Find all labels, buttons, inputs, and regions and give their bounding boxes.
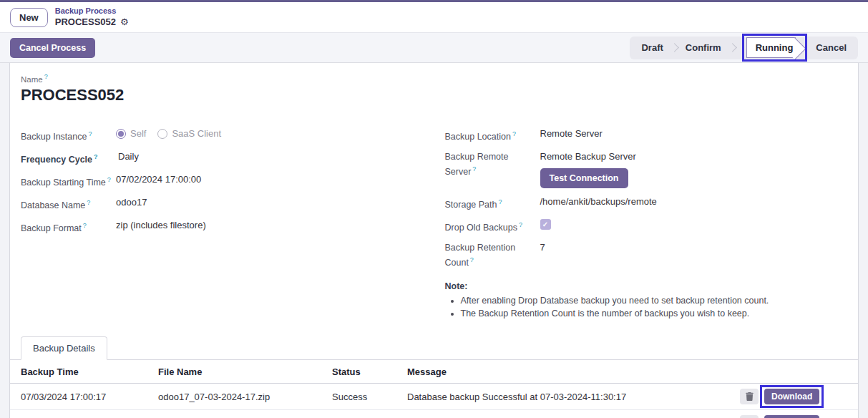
radio-unselected-icon (157, 129, 167, 139)
left-column: Backup Instance? Self SaaS Client (21, 124, 424, 321)
chevron-right-icon (728, 43, 737, 52)
help-icon: ? (88, 130, 92, 137)
field-backup-retention-count: Backup Retention Count? 7 (445, 238, 848, 273)
name-label: Name? (21, 73, 847, 84)
field-storage-path: Storage Path? /home/ankit/backups/remote (445, 192, 848, 215)
statusbar-step-draft[interactable]: Draft (641, 42, 663, 53)
storage-path-value[interactable]: /home/ankit/backups/remote (540, 195, 848, 208)
col-header-message[interactable]: Message (400, 360, 733, 384)
cancel-process-button[interactable]: Cancel Process (10, 38, 95, 58)
backup-location-value[interactable]: Remote Server (540, 127, 848, 140)
statusbar-step-cancel[interactable]: Cancel (816, 42, 847, 53)
field-database-name: Database Name? odoo17 (21, 193, 424, 215)
cell-status: Success (325, 410, 400, 418)
backup-retention-count-value[interactable]: 7 (540, 241, 848, 254)
radio-option-self[interactable]: Self (116, 127, 146, 140)
radio-selected-icon (116, 129, 126, 139)
help-icon: ? (107, 176, 111, 183)
database-name-value[interactable]: odoo17 (116, 196, 424, 209)
statusbar: Draft Confirm Running Cancel (630, 37, 858, 59)
field-backup-instance: Backup Instance? Self SaaS Client (21, 124, 424, 147)
table-row[interactable]: 07/03/2024 17:00:17 odoo17_07-03-2024-17… (10, 384, 858, 410)
field-backup-location: Backup Location? Remote Server (445, 124, 848, 147)
breadcrumb: Backup Process PROCESS052 ⚙ (55, 6, 129, 28)
download-button[interactable]: Download (764, 389, 819, 404)
help-icon: ? (44, 73, 48, 80)
note-title: Note: (445, 281, 848, 291)
new-button[interactable]: New (10, 8, 48, 27)
cell-message: Database backup Successful at 07-02-2024… (400, 410, 733, 418)
frequency-cycle-value[interactable]: Daily (116, 150, 424, 163)
remote-server-link[interactable]: Remote Backup Server (540, 151, 636, 162)
sheet: Name? PROCESS052 Backup Instance? Self (9, 63, 859, 418)
col-header-backup-time[interactable]: Backup Time (10, 360, 151, 384)
col-header-actions (733, 360, 858, 384)
control-panel: Cancel Process Draft Confirm Running Can… (0, 32, 868, 63)
delete-button[interactable] (740, 389, 759, 404)
gear-icon[interactable]: ⚙ (120, 16, 129, 28)
note-item: The Backup Retention Count is the number… (461, 308, 848, 320)
field-drop-old-backups: Drop Old Backups? (445, 215, 848, 238)
download-button[interactable]: Download (764, 415, 819, 418)
breadcrumb-current: PROCESS052 (55, 16, 116, 28)
help-icon: ? (472, 165, 476, 172)
trash-icon (746, 392, 754, 401)
cell-file-name: odoo17_07-03-2024-17.zip (151, 384, 325, 410)
backup-details-table: Backup Time File Name Status Message 07/… (10, 360, 858, 418)
form-view: Name? PROCESS052 Backup Instance? Self (0, 63, 868, 418)
col-header-file-name[interactable]: File Name (151, 360, 325, 384)
field-backup-remote-server: Backup Remote Server? Remote Backup Serv… (445, 147, 848, 192)
cell-file-name: odoo17_07-02-2024-17.zip (151, 410, 325, 418)
backup-starting-time-value[interactable]: 07/02/2024 17:00:00 (116, 173, 424, 186)
field-group: Backup Instance? Self SaaS Client (21, 124, 847, 321)
help-icon: ? (470, 256, 474, 263)
statusbar-step-confirm[interactable]: Confirm (686, 42, 721, 53)
cell-backup-time: 07/02/2024 17:52:17 (10, 410, 151, 418)
table-header-row: Backup Time File Name Status Message (10, 360, 858, 384)
record-name[interactable]: PROCESS052 (21, 86, 847, 104)
radio-option-saas-client[interactable]: SaaS Client (157, 127, 221, 140)
navbar: New Backup Process PROCESS052 ⚙ (0, 2, 868, 32)
note-block: Note: After enabling Drop Database backu… (445, 281, 848, 320)
col-header-status[interactable]: Status (325, 360, 400, 384)
help-icon: ? (498, 198, 502, 205)
note-item: After enabling Drop Database backup you … (461, 295, 848, 307)
field-frequency-cycle: Frequency Cycle? Daily (21, 147, 424, 170)
help-icon: ? (512, 130, 516, 137)
chevron-right-icon (670, 43, 679, 52)
help-icon: ? (94, 153, 98, 160)
test-connection-button[interactable]: Test Connection (540, 168, 628, 188)
breadcrumb-parent[interactable]: Backup Process (55, 6, 129, 16)
statusbar-step-running-active[interactable]: Running (746, 37, 796, 58)
cell-message: Database backup Successful at 07-03-2024… (400, 384, 733, 410)
backup-format-value[interactable]: zip (includes filestore) (116, 219, 424, 232)
cell-backup-time: 07/03/2024 17:00:17 (10, 384, 151, 410)
tab-backup-details[interactable]: Backup Details (21, 336, 107, 360)
field-backup-format: Backup Format? zip (includes filestore) (21, 215, 424, 238)
right-column: Backup Location? Remote Server Backup Re… (445, 124, 848, 321)
drop-old-backups-checkbox-checked[interactable] (540, 219, 551, 230)
delete-button[interactable] (740, 415, 759, 418)
help-icon: ? (87, 199, 90, 206)
notebook-tabs: Backup Details (10, 336, 858, 360)
help-icon: ? (83, 222, 87, 229)
table-row[interactable]: 07/02/2024 17:52:17 odoo17_07-02-2024-17… (10, 410, 858, 418)
cell-status: Success (325, 384, 400, 410)
field-backup-starting-time: Backup Starting Time? 07/02/2024 17:00:0… (21, 170, 424, 193)
help-icon: ? (519, 221, 522, 228)
